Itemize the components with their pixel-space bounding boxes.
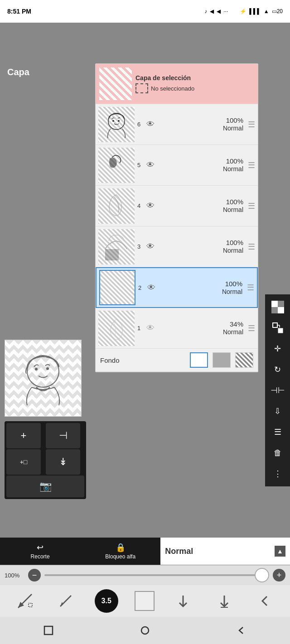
- layer-panel: Capa de selección No seleccionado 6: [95, 63, 258, 372]
- layer-visibility-1[interactable]: 👁: [146, 323, 155, 333]
- more-options-button[interactable]: ⋮: [268, 464, 288, 484]
- add-layer-button[interactable]: +: [6, 423, 41, 448]
- zoom-bar: 100% − +: [0, 565, 290, 585]
- bloqueo-button[interactable]: 🔒 Bloqueo alfa: [80, 538, 160, 565]
- layer-blend-5: Normal: [223, 165, 243, 173]
- transform-button[interactable]: [268, 318, 288, 338]
- bottom-controls: ↩ Recorte 🔒 Bloqueo alfa Normal ▲: [0, 538, 290, 565]
- layer-row-1[interactable]: 1 👁 34% Normal ☰: [96, 308, 258, 349]
- bg-swatch-gray[interactable]: [213, 352, 231, 368]
- layer-menu-1[interactable]: ☰: [248, 323, 255, 333]
- blend-mode-arrow[interactable]: ▲: [275, 546, 285, 557]
- merge-down-button[interactable]: ↡: [46, 449, 80, 475]
- layer-number-2: 2: [138, 284, 145, 291]
- layer-blend-4: Normal: [223, 206, 243, 213]
- layer-opacity-2: 100%: [158, 280, 242, 288]
- layer-visibility-6[interactable]: 👁: [146, 120, 155, 129]
- layer-blend-3: Normal: [223, 247, 243, 254]
- layer-visibility-5[interactable]: 👁: [146, 160, 155, 170]
- pen-tool-button[interactable]: [53, 589, 78, 613]
- layer-menu-2[interactable]: ☰: [247, 283, 254, 293]
- canvas-preview: [5, 340, 82, 417]
- brush-size-indicator[interactable]: 3.5: [95, 589, 118, 613]
- layer-meta-2: 100% Normal: [158, 280, 244, 296]
- back-button[interactable]: [253, 589, 277, 613]
- zoom-minus-button[interactable]: −: [28, 569, 41, 582]
- undo-button[interactable]: [212, 589, 237, 613]
- bg-row[interactable]: Fondo: [96, 349, 258, 372]
- bluetooth-icon: ⚡: [240, 8, 246, 14]
- layer-row-6[interactable]: 6 👁 100% Normal ☰: [96, 104, 258, 145]
- nav-bar: [0, 617, 290, 644]
- nav-square[interactable]: [37, 621, 60, 639]
- color-swatch[interactable]: [135, 591, 155, 611]
- layer-row-2[interactable]: 2 👁 100% Normal ☰: [96, 267, 258, 308]
- rotate-button[interactable]: ↻: [268, 360, 288, 380]
- confirm-button[interactable]: [171, 589, 195, 613]
- svg-rect-17: [29, 603, 32, 607]
- left-toolbar: + ⊣ +□ ↡ 📷: [5, 421, 86, 499]
- nav-back[interactable]: [230, 621, 253, 639]
- layer-menu-6[interactable]: ☰: [248, 120, 255, 130]
- blend-mode-selector[interactable]: Normal ▲: [160, 538, 290, 565]
- nav-home[interactable]: [134, 621, 156, 639]
- bg-swatch-white[interactable]: [190, 352, 208, 368]
- down-snap-button[interactable]: ⇩: [268, 401, 288, 421]
- align-button[interactable]: ☰: [268, 422, 288, 442]
- camera-button[interactable]: 📷: [6, 476, 84, 497]
- checkerboard-button[interactable]: [268, 297, 288, 317]
- layer-blend-1: Normal: [223, 328, 243, 336]
- layer-meta-6: 100% Normal: [157, 116, 245, 132]
- bloqueo-label: Bloqueo alfa: [105, 553, 135, 560]
- layer-menu-3[interactable]: ☰: [248, 242, 255, 252]
- layer-number-3: 3: [137, 243, 144, 250]
- layer-blend-2: Normal: [222, 288, 242, 295]
- layer-number-4: 4: [137, 202, 144, 209]
- layer-row-3[interactable]: 3 👁 100% Normal ☰: [96, 226, 258, 267]
- brush-size-value: 3.5: [102, 597, 111, 605]
- flip-h-button[interactable]: ⊣⊢: [268, 380, 288, 400]
- tool-bar: 3.5: [0, 585, 290, 617]
- layer-row-4[interactable]: 4 👁 100% Normal ☰: [96, 186, 258, 226]
- layer-thumb-4: [98, 188, 135, 224]
- layer-meta-3: 100% Normal: [157, 239, 245, 255]
- zoom-slider[interactable]: [44, 574, 269, 576]
- layer-meta-1: 34% Normal: [157, 320, 245, 336]
- status-time: 8:51 PM: [7, 8, 31, 15]
- layer-thumb-1: [98, 311, 135, 346]
- selection-tool-button[interactable]: [13, 589, 37, 613]
- zoom-level: 100%: [5, 572, 24, 579]
- layer-number-5: 5: [137, 162, 144, 168]
- duplicate-layer-button[interactable]: ⊣: [46, 423, 80, 448]
- layer-meta-4: 100% Normal: [157, 198, 245, 214]
- layer-visibility-2[interactable]: 👁: [147, 283, 155, 293]
- selection-label: Capa de selección: [135, 74, 254, 82]
- layer-visibility-4[interactable]: 👁: [146, 201, 155, 211]
- selection-rect-icon: [135, 83, 148, 93]
- recorte-button[interactable]: ↩ Recorte: [0, 538, 80, 565]
- svg-rect-10: [271, 307, 278, 313]
- layer-opacity-3: 100%: [157, 239, 243, 246]
- layer-number-1: 1: [137, 325, 144, 332]
- svg-point-5: [112, 120, 114, 122]
- blend-mode-label: Normal: [165, 547, 193, 556]
- layer-row-5[interactable]: 5 👁 100% Normal ☰: [96, 145, 258, 186]
- bloqueo-icon: 🔒: [116, 543, 126, 553]
- trash-button[interactable]: 🗑: [268, 443, 288, 463]
- layer-menu-4[interactable]: ☰: [248, 201, 255, 211]
- svg-point-6: [118, 120, 120, 122]
- layer-visibility-3[interactable]: 👁: [146, 242, 155, 251]
- svg-rect-8: [271, 301, 278, 307]
- zoom-plus-button[interactable]: +: [273, 569, 285, 582]
- add-folder-button[interactable]: +□: [6, 449, 41, 475]
- zoom-thumb[interactable]: [255, 568, 269, 582]
- layer-opacity-1: 34%: [157, 320, 243, 328]
- layer-menu-5[interactable]: ☰: [248, 160, 255, 170]
- right-toolbar: ✛ ↻ ⊣⊢ ⇩ ☰ 🗑 ⋮: [265, 294, 290, 486]
- selection-info: Capa de selección No seleccionado: [135, 74, 254, 93]
- selection-layer-row[interactable]: Capa de selección No seleccionado: [96, 64, 258, 104]
- app-icon-1: ◀: [210, 8, 214, 14]
- move-button[interactable]: ✛: [268, 339, 288, 359]
- bg-swatch-checker[interactable]: [235, 352, 253, 368]
- status-icons: ♪ ◀ ◀ ··· ⚡ ▌▌▌ ▲ ▭20: [204, 8, 283, 14]
